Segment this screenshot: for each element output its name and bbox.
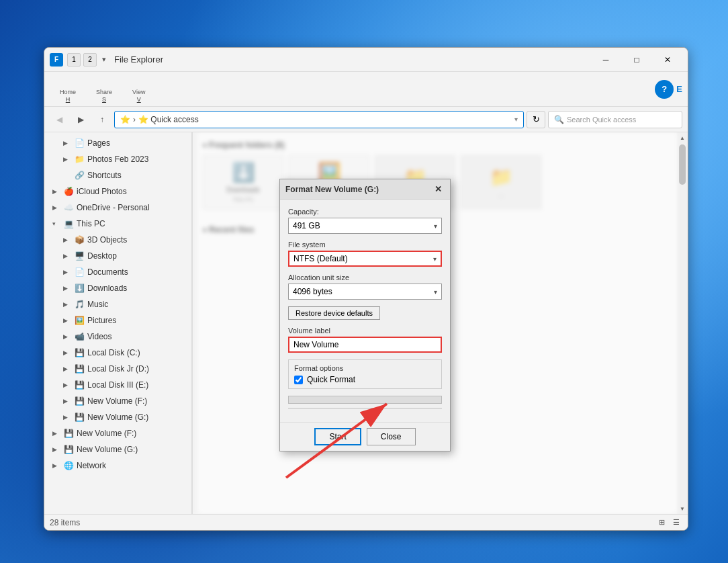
capacity-dropdown[interactable]: 491 GB ▾ [288,218,442,234]
capacity-label: Capacity: [288,208,442,216]
volume-label-label: Volume label [288,327,442,335]
dialog-footer: Start Close [280,422,450,451]
restore-defaults-button[interactable]: Restore device defaults [288,306,380,320]
close-dialog-button[interactable]: Close [367,428,416,445]
start-button[interactable]: Start [314,428,361,445]
dialog-close-button[interactable]: ✕ [431,183,445,196]
format-options-label: Format options [294,364,436,372]
dialog-title-bar: Format New Volume (G:) ✕ [280,179,450,200]
allocation-dropdown[interactable]: 4096 bytes ▾ [288,284,442,300]
progress-bar [288,396,442,404]
dialog-overlay: Format New Volume (G:) ✕ Capacity: 491 G… [44,48,688,530]
dialog-title: Format New Volume (G:) [285,185,379,194]
dialog-body: Capacity: 491 GB ▾ File system NTFS (Def… [280,200,450,422]
volume-label-input[interactable] [288,337,442,353]
filesystem-label: File system [288,241,442,249]
capacity-dropdown-arrow: ▾ [434,222,437,230]
filesystem-dropdown-arrow: ▾ [433,255,437,263]
allocation-dropdown-arrow: ▾ [434,288,437,296]
format-options-group: Format options Quick Format [288,359,442,389]
allocation-label: Allocation unit size [288,273,442,282]
allocation-value: 4096 bytes [293,287,332,296]
explorer-window: F 1 2 ▾ File Explorer ─ □ ✕ Home H Share… [44,47,688,531]
quick-format-checkbox[interactable] [294,376,303,384]
quick-format-row: Quick Format [294,375,436,384]
format-dialog: Format New Volume (G:) ✕ Capacity: 491 G… [279,179,451,451]
capacity-value: 491 GB [293,221,320,230]
quick-format-label: Quick Format [307,375,355,384]
filesystem-dropdown[interactable]: NTFS (Default) ▾ [288,251,442,267]
filesystem-value: NTFS (Default) [293,254,348,263]
divider [288,408,442,408]
